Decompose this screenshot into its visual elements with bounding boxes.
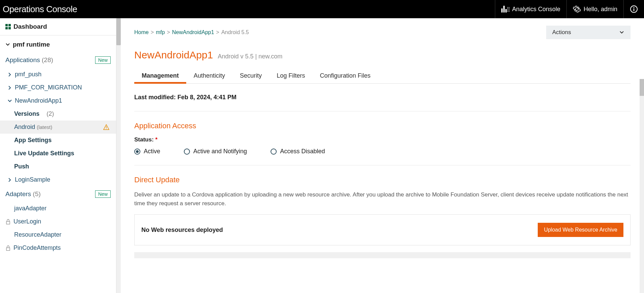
runtime-label: pmf runtime <box>13 41 50 48</box>
applications-header: Applications (28) New <box>0 52 116 68</box>
chevron-right-icon <box>7 85 12 90</box>
svg-rect-0 <box>501 8 503 12</box>
upload-web-resource-button[interactable]: Upload Web Resource Archive <box>538 223 623 237</box>
lock-icon <box>5 219 11 224</box>
radio-access-disabled[interactable]: Access Disabled <box>271 148 325 155</box>
last-modified: Last modified: Feb 8, 2024, 4:41 PM <box>134 84 631 111</box>
sidebar-scrollbar[interactable] <box>116 18 121 293</box>
svg-rect-16 <box>6 221 10 224</box>
dashboard-icon <box>5 24 11 29</box>
sidebar-item-versions[interactable]: Versions (2) <box>0 107 116 121</box>
new-application-button[interactable]: New <box>95 56 111 64</box>
direct-update-heading: Direct Update <box>134 176 631 184</box>
sidebar-item-android-latest[interactable]: Android (latest) <box>0 121 116 134</box>
svg-rect-8 <box>509 8 509 9</box>
direct-update-description: Deliver an update to a Cordova applicati… <box>134 190 631 208</box>
upload-box: No Web resources deployed Upload Web Res… <box>134 214 631 245</box>
page-subtitle: Android v 5.5 | new.com <box>218 53 282 60</box>
sidebar-item-live-update[interactable]: Live Update Settings <box>0 147 116 160</box>
collapsed-panel[interactable] <box>134 252 631 258</box>
tab-configuration-files[interactable]: Configuration Files <box>312 68 378 83</box>
breadcrumb: Home > mfp > NewAndroidApp1 > Android 5.… <box>134 29 249 35</box>
info-button[interactable] <box>623 0 644 18</box>
main-scrollbar[interactable] <box>640 79 644 293</box>
sidebar-dashboard[interactable]: Dashboard <box>0 18 116 35</box>
breadcrumb-home[interactable]: Home <box>134 29 149 35</box>
breadcrumb-mfp[interactable]: mfp <box>156 29 165 35</box>
adapters-label: Adapters <box>5 190 31 197</box>
chevron-down-icon <box>5 42 10 47</box>
svg-rect-4 <box>507 8 508 9</box>
svg-point-12 <box>634 7 635 8</box>
tabs: Management Authenticity Security Log Fil… <box>134 68 631 84</box>
sidebar-item-newandroidapp1[interactable]: NewAndroidApp1 <box>0 94 116 107</box>
tab-management[interactable]: Management <box>134 68 186 83</box>
sidebar-item-javaadapter[interactable]: javaAdapter <box>0 202 116 215</box>
main-content: Home > mfp > NewAndroidApp1 > Android 5.… <box>121 18 644 293</box>
radio-icon <box>271 149 277 155</box>
sidebar-item-loginsample[interactable]: LoginSample <box>0 173 116 186</box>
console-title: Operations Console <box>3 4 77 15</box>
topbar-right: Analytics Console Hello, admin <box>495 0 644 18</box>
sidebar-item-pmf-cor-migration[interactable]: PMF_COR_MIGRATION <box>0 81 116 94</box>
applications-label: Applications <box>5 56 40 63</box>
status-radio-group: Active Active and Notifying Access Disab… <box>134 148 631 165</box>
sidebar-item-pincodeattempts[interactable]: PinCodeAttempts <box>0 241 116 255</box>
greeting-label: Hello, admin <box>584 6 617 13</box>
no-resources-message: No Web resources deployed <box>141 227 223 234</box>
sidebar-item-app-settings[interactable]: App Settings <box>0 134 116 147</box>
radio-icon <box>134 149 140 155</box>
tab-log-filters[interactable]: Log Filters <box>269 68 312 83</box>
page-title: NewAndroidApp1 <box>134 49 213 61</box>
lock-icon <box>5 245 11 251</box>
breadcrumb-current: Android 5.5 <box>221 29 249 35</box>
sidebar: Dashboard pmf runtime Applications (28) … <box>0 18 116 293</box>
warning-icon <box>103 124 109 130</box>
user-menu[interactable]: Hello, admin <box>566 0 623 18</box>
chevron-down-icon <box>619 30 624 35</box>
topbar: Operations Console Analytics Console Hel… <box>0 0 644 18</box>
svg-rect-7 <box>509 7 509 8</box>
analytics-console-link[interactable]: Analytics Console <box>495 0 566 18</box>
info-icon <box>630 5 638 13</box>
tab-security[interactable]: Security <box>232 68 269 83</box>
actions-dropdown[interactable]: Actions <box>546 26 631 39</box>
dashboard-label: Dashboard <box>13 23 47 30</box>
radio-icon <box>184 149 190 155</box>
svg-rect-9 <box>509 10 509 10</box>
sidebar-item-pmf-push[interactable]: pmf_push <box>0 68 116 81</box>
adapters-header: Adapters (5) New <box>0 186 116 202</box>
svg-rect-5 <box>507 10 508 10</box>
application-access-heading: Application Access <box>134 122 631 130</box>
chevron-down-icon <box>7 99 12 103</box>
svg-rect-13 <box>634 8 634 11</box>
svg-rect-14 <box>106 126 107 128</box>
svg-rect-10 <box>509 11 509 12</box>
bar-chart-icon <box>501 6 509 12</box>
radio-active-notifying[interactable]: Active and Notifying <box>184 148 247 155</box>
adapters-count: (5) <box>33 190 40 197</box>
sidebar-item-resourceadapter[interactable]: ResourceAdapter <box>0 228 116 241</box>
status-label: Status: * <box>134 136 631 143</box>
analytics-label: Analytics Console <box>512 6 560 13</box>
svg-rect-2 <box>505 9 507 12</box>
svg-rect-15 <box>106 128 107 129</box>
svg-rect-1 <box>503 6 505 12</box>
gear-icon <box>573 5 581 13</box>
sidebar-item-push[interactable]: Push <box>0 160 116 173</box>
breadcrumb-app[interactable]: NewAndroidApp1 <box>172 29 214 35</box>
applications-count: (28) <box>42 56 53 63</box>
chevron-right-icon <box>7 178 12 182</box>
tab-authenticity[interactable]: Authenticity <box>186 68 232 83</box>
radio-active[interactable]: Active <box>134 148 160 155</box>
sidebar-runtime[interactable]: pmf runtime <box>0 35 116 52</box>
new-adapter-button[interactable]: New <box>95 190 111 198</box>
svg-rect-6 <box>507 11 508 12</box>
sidebar-item-userlogin[interactable]: UserLogin <box>0 215 116 228</box>
svg-rect-17 <box>6 248 10 250</box>
chevron-right-icon <box>7 72 12 77</box>
svg-rect-3 <box>507 7 508 8</box>
